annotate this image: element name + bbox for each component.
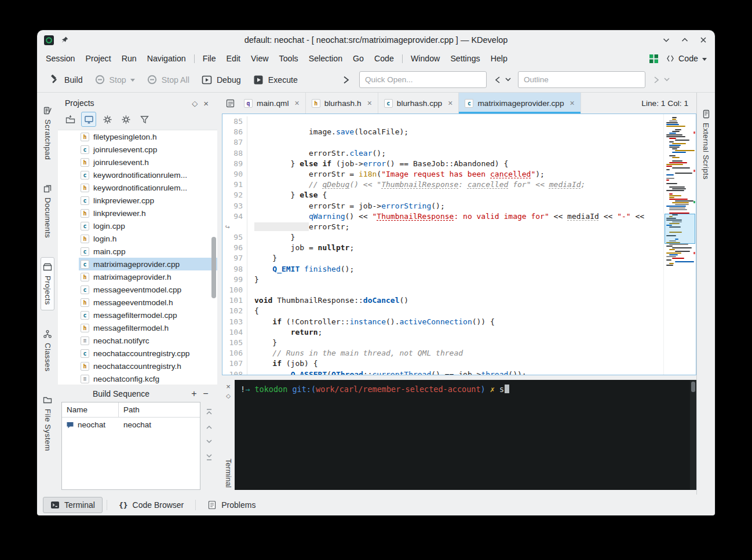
float-toolview-icon[interactable]: ◇ bbox=[189, 99, 200, 108]
line-number[interactable]: 107 bbox=[222, 358, 247, 369]
quick-open-input[interactable] bbox=[359, 71, 487, 88]
line-number[interactable]: 93 bbox=[222, 201, 247, 211]
tree-item-neochataccountregistry-h[interactable]: hneochataccountregistry.h bbox=[79, 360, 217, 372]
remove-build-item-icon[interactable]: − bbox=[200, 389, 211, 399]
code-text[interactable]: job = nullptr; bbox=[247, 243, 663, 253]
code-line[interactable]: 92 } else { bbox=[222, 190, 663, 200]
move-top-icon[interactable] bbox=[205, 408, 213, 415]
code-text[interactable] bbox=[247, 137, 663, 148]
code-text[interactable]: if (!Controller::instance().activeConnec… bbox=[247, 317, 663, 327]
line-number[interactable]: 97 bbox=[222, 253, 247, 263]
filter-icon[interactable] bbox=[137, 112, 152, 127]
window-minimize-icon[interactable] bbox=[662, 35, 671, 45]
code-text[interactable] bbox=[247, 285, 663, 295]
tree-item-matriximageprovider-h[interactable]: hmatriximageprovider.h bbox=[79, 270, 217, 283]
editor-tab-blurhash-h[interactable]: hblurhash.h× bbox=[306, 93, 378, 114]
line-number[interactable]: 103 bbox=[222, 317, 247, 327]
project-file-tree[interactable]: hfiletypesingleton.hcjoinrulesevent.cpph… bbox=[58, 130, 217, 385]
quick-open-prev-icon[interactable] bbox=[492, 74, 503, 86]
code-line[interactable]: 88 errorStr.clear(); bbox=[222, 148, 663, 159]
window-close-icon[interactable] bbox=[699, 35, 708, 45]
code-line[interactable]: 100 bbox=[222, 285, 663, 295]
move-bottom-icon[interactable] bbox=[205, 453, 213, 461]
code-text[interactable]: errorStr.clear(); bbox=[247, 148, 663, 159]
code-text[interactable]: } else if (job->error() == BaseJob::Aban… bbox=[247, 159, 663, 169]
sidebar-tab-classes[interactable]: Classes bbox=[41, 324, 54, 376]
terminal-tab-label[interactable]: Terminal bbox=[224, 459, 233, 488]
code-text[interactable]: Q_EMIT finished(); bbox=[247, 264, 663, 274]
menu-run[interactable]: Run bbox=[116, 50, 142, 67]
tree-item-neochatconfig-kcfg[interactable]: ≡neochatconfig.kcfg bbox=[79, 372, 217, 385]
editor-terminal-splitter[interactable] bbox=[222, 375, 696, 380]
tree-item-keywordnotificationrulem-[interactable]: hkeywordnotificationrulem... bbox=[79, 181, 217, 194]
tree-scrollbar[interactable] bbox=[211, 237, 216, 298]
locate-current-document-icon[interactable] bbox=[81, 112, 96, 127]
tree-item-keywordnotificationrulem-[interactable]: ckeywordnotificationrulem... bbox=[79, 169, 217, 181]
tree-item-matriximageprovider-cpp[interactable]: cmatriximageprovider.cpp bbox=[79, 258, 217, 270]
code-line[interactable]: 96 job = nullptr; bbox=[222, 243, 663, 253]
sidebar-tab-projects[interactable]: Projects bbox=[41, 257, 54, 310]
code-line[interactable]: 107 if (job) { bbox=[222, 358, 663, 369]
statusbar-code-browser-button[interactable]: {} Code Browser bbox=[111, 497, 191, 513]
tree-item-messagefiltermodel-cpp[interactable]: cmessagefiltermodel.cpp bbox=[79, 309, 217, 321]
titlebar[interactable]: default: neochat - [ neochat:src/matrixi… bbox=[37, 30, 715, 50]
code-line[interactable]: 106 // Runs in the main thread, not QML … bbox=[222, 348, 663, 358]
code-line[interactable]: 93 errorStr = job->errorString(); bbox=[222, 201, 663, 211]
code-line[interactable]: 98 Q_EMIT finished(); bbox=[222, 264, 663, 274]
code-text[interactable]: } bbox=[247, 253, 663, 263]
column-header-name[interactable]: Name bbox=[62, 402, 119, 417]
line-number[interactable]: 95 bbox=[222, 232, 247, 243]
code-line[interactable]: 85 bbox=[222, 116, 663, 127]
pin-icon[interactable] bbox=[61, 36, 69, 44]
code-text[interactable]: Q_ASSERT(QThread::currentThread() == job… bbox=[247, 369, 663, 375]
add-build-item-icon[interactable]: + bbox=[188, 389, 200, 399]
outline-next-icon[interactable] bbox=[651, 74, 662, 86]
tab-close-icon[interactable]: × bbox=[367, 99, 372, 107]
sidebar-tab-external-scripts[interactable]: External Scripts bbox=[699, 104, 713, 185]
sidebar-tab-documents[interactable]: Documents bbox=[41, 179, 54, 243]
wrap-marker[interactable]: ↪ bbox=[222, 222, 247, 232]
build-sequence-row[interactable]: neochatneochat bbox=[62, 418, 200, 432]
line-number[interactable]: 92 bbox=[222, 190, 247, 200]
line-number[interactable]: 105 bbox=[222, 338, 247, 348]
minimap[interactable] bbox=[663, 114, 696, 375]
move-up-icon[interactable] bbox=[205, 424, 213, 430]
code-text[interactable]: // Runs in the main thread, not QML thre… bbox=[247, 348, 663, 358]
settings-gear-icon[interactable] bbox=[100, 112, 115, 127]
tab-close-icon[interactable]: × bbox=[448, 99, 452, 107]
code-text[interactable]: errorStr; bbox=[247, 222, 663, 232]
line-number[interactable]: 99 bbox=[222, 274, 247, 285]
tree-item-login-h[interactable]: hlogin.h bbox=[79, 232, 217, 245]
line-number[interactable]: 86 bbox=[222, 127, 247, 137]
menu-help[interactable]: Help bbox=[485, 50, 513, 67]
line-number[interactable]: 104 bbox=[222, 327, 247, 338]
code-text[interactable]: image.save(localFile); bbox=[247, 127, 663, 137]
code-text[interactable]: errorStr = i18n("Image request has been … bbox=[247, 169, 663, 180]
line-number[interactable]: 106 bbox=[222, 348, 247, 358]
menu-code[interactable]: Code bbox=[369, 50, 399, 67]
tree-item-linkpreviewer-cpp[interactable]: clinkpreviewer.cpp bbox=[79, 194, 217, 207]
column-header-path[interactable]: Path bbox=[119, 405, 144, 414]
menu-tools[interactable]: Tools bbox=[274, 50, 304, 67]
tree-item-filetypesingleton-h[interactable]: hfiletypesingleton.h bbox=[79, 130, 217, 143]
line-number[interactable]: 88 bbox=[222, 148, 247, 159]
terminal-detach-icon[interactable]: ◇ bbox=[226, 392, 231, 400]
line-number[interactable]: 90 bbox=[222, 169, 247, 180]
code-line[interactable]: 94 qWarning() << "ThumbnailResponse: no … bbox=[222, 211, 663, 222]
code-line[interactable]: 90 errorStr = i18n("Image request has be… bbox=[222, 169, 663, 180]
code-text[interactable]: return; bbox=[247, 327, 663, 338]
code-line[interactable]: 95 } bbox=[222, 232, 663, 243]
tree-item-messageeventmodel-cpp[interactable]: cmessageeventmodel.cpp bbox=[79, 283, 217, 296]
line-number[interactable]: 94 bbox=[222, 211, 247, 222]
tree-item-linkpreviewer-h[interactable]: hlinkpreviewer.h bbox=[79, 207, 217, 219]
code-text[interactable]: } bbox=[247, 338, 663, 348]
code-line[interactable]: 101void ThumbnailResponse::doCancel() bbox=[222, 295, 663, 306]
menu-edit[interactable]: Edit bbox=[221, 50, 246, 67]
stop-all-button[interactable]: Stop All bbox=[141, 71, 195, 89]
tree-item-neochat-notifyrc[interactable]: ≡neochat.notifyrc bbox=[79, 334, 217, 347]
line-number[interactable]: 96 bbox=[222, 243, 247, 253]
window-maximize-icon[interactable] bbox=[680, 35, 689, 45]
code-line[interactable]: 97 } bbox=[222, 253, 663, 263]
menu-selection[interactable]: Selection bbox=[304, 50, 348, 67]
terminal-screen[interactable]: !→ tokodon git:(work/carl/remember-selec… bbox=[235, 380, 696, 490]
